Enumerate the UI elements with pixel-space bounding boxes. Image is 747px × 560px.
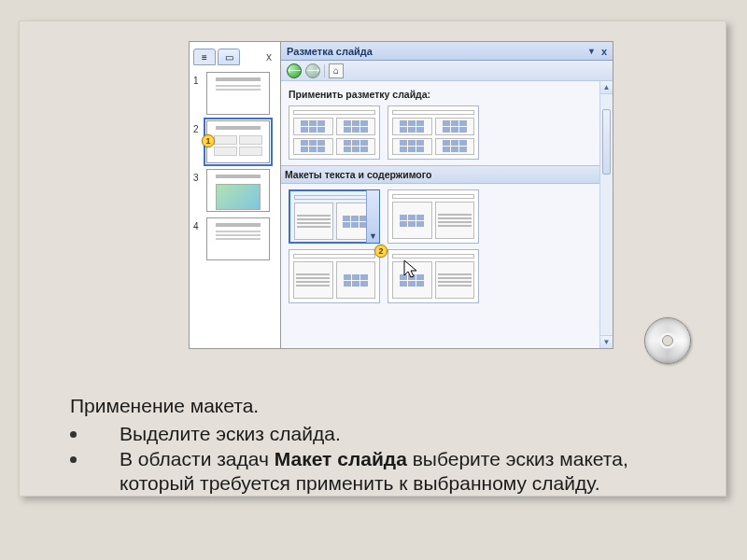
bullet-item: В области задач Макет слайда выберите эс… — [70, 447, 670, 495]
thumbnails-tabs: ≡ ▭ x — [193, 46, 276, 68]
close-icon[interactable]: x — [601, 46, 607, 57]
section-header: Макеты текста и содержимого — [281, 165, 613, 184]
slide-thumbnail-4[interactable] — [206, 217, 270, 260]
scroll-up-icon[interactable]: ▲ — [600, 81, 613, 94]
thumb-row: 1 — [193, 72, 276, 115]
layout-option-selected[interactable]: ▼ — [289, 189, 380, 244]
task-pane-nav: ⟵ ⟶ ⌂ — [281, 61, 613, 81]
slide-layout-task-pane: Разметка слайда ▼ x ⟵ ⟶ ⌂ Применить разм… — [281, 42, 613, 348]
thumb-number: 1 — [193, 72, 203, 86]
bullet-text: В области задач Макет слайда выберите эс… — [86, 447, 670, 495]
thumb-number: 3 — [193, 169, 203, 183]
powerpoint-screenshot: ≡ ▭ x 1 2 1 3 — [189, 41, 613, 349]
layout-row — [289, 249, 605, 303]
slide-frame: ≡ ▭ x 1 2 1 3 — [19, 21, 726, 497]
slide-thumbnails-pane: ≡ ▭ x 1 2 1 3 — [190, 42, 281, 348]
cd-disc-icon — [644, 317, 691, 364]
layout-option[interactable] — [388, 105, 479, 160]
separator — [324, 64, 325, 77]
back-icon[interactable]: ⟵ — [287, 63, 302, 78]
scroll-down-icon[interactable]: ▼ — [600, 335, 613, 348]
callout-badge-1: 1 — [202, 134, 215, 147]
text-heading: Применение макета. — [70, 394, 670, 418]
layout-option[interactable] — [388, 189, 479, 244]
layout-row: ▼ — [289, 189, 605, 244]
bullet-text: Выделите эскиз слайда. — [86, 422, 341, 446]
slide-thumbnail-1[interactable] — [206, 72, 270, 115]
slide-thumbnail-3[interactable] — [206, 169, 270, 212]
layout-dropdown-handle[interactable]: ▼ — [366, 190, 379, 243]
slide-thumbnail-2[interactable]: 1 — [206, 120, 270, 163]
outline-tab[interactable]: ≡ — [193, 49, 216, 65]
thumb-number: 2 — [193, 120, 203, 134]
thumb-row: 3 — [193, 169, 276, 212]
apply-layout-label: Применить разметку слайда: — [289, 89, 605, 100]
slides-tab[interactable]: ▭ — [218, 49, 240, 65]
task-pane-body: Применить разметку слайда: — [281, 81, 613, 348]
layout-option[interactable] — [388, 249, 479, 303]
layout-row — [289, 105, 605, 160]
task-pane-titlebar: Разметка слайда ▼ x — [281, 42, 613, 61]
close-icon[interactable]: x — [261, 49, 276, 64]
dropdown-icon[interactable]: ▼ — [587, 47, 596, 56]
scroll-thumb[interactable] — [602, 109, 611, 175]
layout-option[interactable] — [289, 105, 380, 160]
bullet-item: Выделите эскиз слайда. — [70, 422, 670, 446]
layout-option[interactable] — [289, 249, 380, 303]
slide-body-text: Применение макета. Выделите эскиз слайда… — [70, 394, 670, 497]
bullet-icon — [70, 431, 77, 438]
forward-icon: ⟶ — [305, 63, 320, 78]
thumb-number: 4 — [193, 217, 203, 231]
task-pane-title: Разметка слайда — [287, 46, 373, 57]
home-icon[interactable]: ⌂ — [329, 63, 344, 78]
scrollbar[interactable]: ▲ ▼ — [599, 81, 613, 348]
thumb-row: 4 — [193, 217, 276, 260]
callout-badge-2: 2 — [374, 245, 388, 258]
thumb-row: 2 1 — [193, 120, 276, 163]
bullet-icon — [70, 456, 77, 463]
